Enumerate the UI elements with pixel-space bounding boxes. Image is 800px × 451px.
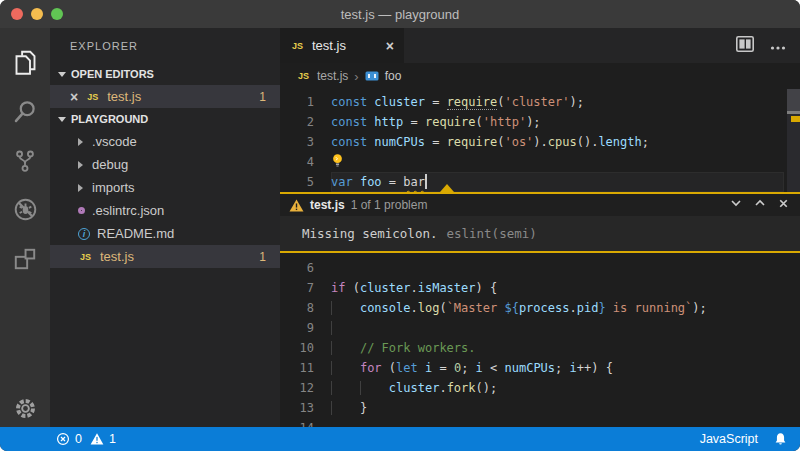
open-editor-item-test.js[interactable]: ×JStest.js1 <box>50 85 280 108</box>
code-token: // Fork workers. <box>360 341 476 355</box>
code-token: ++) { <box>577 361 613 375</box>
code-content <box>331 258 800 278</box>
code-content <box>331 152 800 172</box>
code-content: const http = require('http'); <box>331 112 800 132</box>
code-line-5[interactable]: 5var foo = bar <box>280 172 800 192</box>
gear-icon[interactable] <box>0 396 50 421</box>
code-token: length <box>598 135 641 149</box>
breadcrumb-file[interactable]: test.js <box>317 69 348 83</box>
search-icon[interactable] <box>0 87 50 136</box>
traffic-lights <box>0 8 63 20</box>
code-line-1[interactable]: 1const cluster = require('cluster'); <box>280 92 800 112</box>
code-token: 'http' <box>483 115 526 129</box>
code-line-6[interactable]: 6 <box>280 258 800 278</box>
code-line-13[interactable]: 13 } <box>280 398 800 418</box>
code-line-8[interactable]: 8 console.log(`Master ${process.pid} is … <box>280 298 800 318</box>
code-token: const <box>331 95 367 109</box>
code-token: cpus <box>548 135 577 149</box>
section-open-editors[interactable]: OPEN EDITORS <box>50 63 280 85</box>
code-token: cluster <box>360 281 411 295</box>
breadcrumb: JS test.js › foo <box>280 63 800 89</box>
code-token: . <box>569 301 576 315</box>
code-token: i <box>570 361 577 375</box>
extensions-icon[interactable] <box>0 234 50 283</box>
code-line-11[interactable]: 11 for (let i = 0; i < numCPUs; i++) { <box>280 358 800 378</box>
code-token: ; <box>461 361 475 375</box>
error-icon <box>56 432 70 446</box>
code-token: = <box>432 361 454 375</box>
tab-test-js[interactable]: JS test.js × <box>280 28 404 63</box>
tree-item-debug[interactable]: debug <box>50 153 280 176</box>
chevron-down-icon[interactable] <box>729 196 743 214</box>
code-token: ). <box>533 135 547 149</box>
problem-message: Missing semicolon. <box>302 226 437 241</box>
line-number: 1 <box>280 92 314 112</box>
code-line-3[interactable]: 3const numCPUs = require('os').cpus().le… <box>280 132 800 152</box>
code-line-4[interactable]: 4 <box>280 152 800 172</box>
window-close-button[interactable] <box>11 8 23 20</box>
breadcrumb-separator: › <box>354 69 358 84</box>
code-token: ; <box>555 361 569 375</box>
code-token: const <box>331 135 367 149</box>
code-line-10[interactable]: 10 // Fork workers. <box>280 338 800 358</box>
code-content: for (let i = 0; i < numCPUs; i++) { <box>331 358 800 378</box>
code-token: log <box>418 301 440 315</box>
code-token: ( <box>476 115 483 129</box>
chevron-up-icon[interactable] <box>753 196 767 214</box>
line-number: 8 <box>280 298 314 318</box>
workbench: EXPLORER OPEN EDITORS ×JStest.js1 PLAYGR… <box>0 28 800 427</box>
tree-item-.vscode[interactable]: .vscode <box>50 130 280 153</box>
code-token: ( <box>382 361 396 375</box>
notifications-bell[interactable] <box>774 432 787 446</box>
code-token: ) { <box>476 281 498 295</box>
scrollbar-slider[interactable] <box>787 89 800 112</box>
split-editor-icon[interactable] <box>736 36 754 56</box>
code-line-2[interactable]: 2const http = require('http'); <box>280 112 800 132</box>
code-token <box>418 361 425 375</box>
code-token: = <box>382 175 404 189</box>
code-token: 'os' <box>504 135 533 149</box>
code-content: cluster.fork(); <box>331 378 800 398</box>
close-icon[interactable]: × <box>386 38 394 54</box>
tree-item-test.js[interactable]: JStest.js1 <box>50 245 280 268</box>
close-icon[interactable] <box>777 196 790 214</box>
code-token <box>360 381 389 395</box>
breadcrumb-symbol[interactable]: foo <box>385 69 402 83</box>
code-token: ); <box>526 115 540 129</box>
code-content: if (cluster.isMaster) { <box>331 278 800 298</box>
tree-item-imports[interactable]: imports <box>50 176 280 199</box>
titlebar: test.js — playground <box>0 0 800 28</box>
debug-icon[interactable] <box>0 185 50 234</box>
code-content: const numCPUs = require('os').cpus().len… <box>331 132 800 152</box>
window-minimize-button[interactable] <box>31 8 43 20</box>
files-icon[interactable] <box>0 38 50 87</box>
activity-bar <box>0 28 50 427</box>
code-token: http <box>374 115 403 129</box>
tree-item-.eslintrc.json[interactable]: .eslintrc.json <box>50 199 280 222</box>
close-icon[interactable]: × <box>70 90 78 104</box>
code-token: bar <box>403 175 425 189</box>
sidebar-title: EXPLORER <box>50 28 280 63</box>
code-line-12[interactable]: 12 cluster.fork(); <box>280 378 800 398</box>
code-token: cluster <box>374 95 425 109</box>
window-zoom-button[interactable] <box>51 8 63 20</box>
code-line-14[interactable]: 14 <box>280 418 800 427</box>
code-token: } <box>360 401 367 415</box>
js-file-icon: JS <box>296 71 311 81</box>
source-control-icon[interactable] <box>0 136 50 185</box>
language-mode-selector[interactable]: JavaScript <box>700 432 758 446</box>
line-number: 7 <box>280 278 314 298</box>
lightbulb-icon[interactable] <box>331 153 344 169</box>
code-line-7[interactable]: 7if (cluster.isMaster) { <box>280 278 800 298</box>
section-playground[interactable]: PLAYGROUND <box>50 108 280 130</box>
code-content <box>331 318 800 338</box>
more-actions-icon[interactable] <box>770 37 786 55</box>
problem-row[interactable]: Missing semicolon. eslint(semi) <box>280 216 800 251</box>
code-token: if <box>331 281 345 295</box>
code-token <box>331 381 360 395</box>
section-label: PLAYGROUND <box>71 113 148 125</box>
problems-status[interactable]: 0 1 <box>56 432 116 446</box>
code-token: = <box>403 115 425 129</box>
tree-item-README.md[interactable]: iREADME.md <box>50 222 280 245</box>
code-line-9[interactable]: 9 <box>280 318 800 338</box>
